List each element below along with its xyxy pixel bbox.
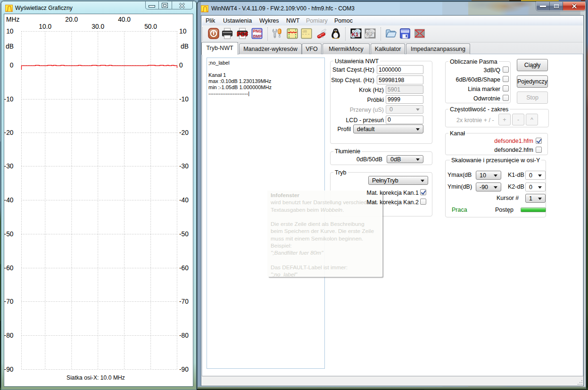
svg-text:MHz: MHz (6, 16, 19, 23)
svg-text:-40: -40 (179, 197, 189, 204)
svg-text:dB: dB (181, 43, 189, 50)
svg-text:-10: -10 (179, 96, 189, 103)
svg-text:-80: -80 (179, 332, 189, 339)
svg-text:-50: -50 (179, 231, 189, 238)
svg-text:-50: -50 (4, 231, 14, 238)
svg-text:-20: -20 (4, 129, 14, 136)
svg-text:BMP: BMP (253, 34, 262, 39)
svg-text:-80: -80 (4, 332, 14, 339)
svg-text:0: 0 (179, 62, 183, 69)
svg-text:K1: K1 (352, 32, 359, 37)
svg-text:10: 10 (179, 28, 187, 35)
svg-text:20.0: 20.0 (65, 16, 78, 23)
svg-text:10.0: 10.0 (39, 23, 51, 30)
svg-text:-90: -90 (4, 366, 14, 373)
svg-text:50.0: 50.0 (144, 23, 157, 30)
svg-text:30.0: 30.0 (91, 23, 104, 30)
svg-text:-90: -90 (179, 366, 189, 373)
svg-text:dB: dB (6, 43, 14, 50)
svg-text:-60: -60 (4, 265, 14, 272)
svg-text:PNG: PNG (253, 29, 262, 33)
svg-text:PDF: PDF (237, 31, 248, 38)
svg-text:-70: -70 (179, 298, 189, 305)
svg-text:-60: -60 (179, 265, 189, 272)
svg-text:-10: -10 (4, 96, 14, 103)
svg-text:0: 0 (10, 62, 14, 69)
svg-text:K2: K2 (366, 32, 373, 37)
svg-text:10: 10 (6, 28, 14, 35)
svg-text:-30: -30 (4, 163, 14, 170)
svg-text:-30: -30 (179, 163, 189, 170)
svg-text:-40: -40 (4, 197, 14, 204)
svg-text:-70: -70 (4, 298, 14, 305)
svg-text:Siatka osi-X: 10.0 MHz: Siatka osi-X: 10.0 MHz (66, 374, 125, 381)
svg-text:dB: dB (303, 29, 307, 33)
svg-text:-20: -20 (179, 129, 189, 136)
svg-text:40.0: 40.0 (118, 16, 131, 23)
